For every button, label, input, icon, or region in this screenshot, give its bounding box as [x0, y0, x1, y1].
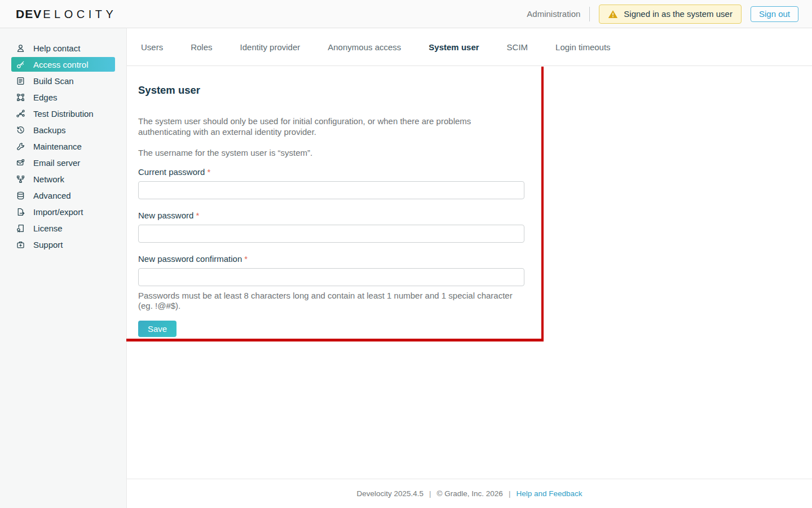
sidebar-item-access-control[interactable]: Access control — [0, 56, 126, 73]
required-asterisk: * — [244, 254, 248, 264]
footer-separator: | — [509, 489, 511, 498]
sidebar-item-label: Email server — [33, 158, 80, 168]
document-list-icon — [16, 76, 25, 86]
sidebar-item-license[interactable]: License — [0, 220, 126, 237]
toolbox-icon — [16, 240, 25, 249]
sidebar-item-label: Advanced — [33, 191, 71, 200]
system-user-description: The system user should only be used for … — [138, 116, 524, 137]
password-requirements-hint: Passwords must be at least 8 characters … — [138, 291, 524, 311]
signed-in-badge: Signed in as the system user — [599, 5, 742, 24]
topbar-right: Administration Signed in as the system u… — [527, 5, 798, 24]
required-asterisk: * — [196, 211, 199, 220]
footer-separator: | — [429, 489, 431, 498]
key-icon — [16, 60, 25, 69]
network-icon — [16, 174, 25, 184]
footer-version: Develocity 2025.4.5 — [357, 489, 424, 498]
administration-link[interactable]: Administration — [527, 9, 580, 19]
graph-icon — [16, 109, 25, 119]
current-password-field[interactable] — [138, 181, 524, 199]
sidebar-item-label: Backups — [33, 125, 66, 135]
new-password-confirmation-field[interactable] — [138, 268, 524, 286]
system-user-panel: System user The system user should only … — [127, 66, 812, 479]
required-asterisk: * — [207, 167, 210, 177]
database-icon — [16, 191, 25, 200]
tab-scim[interactable]: SCIM — [507, 42, 528, 52]
new-password-confirmation-label: New password confirmation* — [138, 254, 524, 264]
sidebar-item-label: Test Distribution — [33, 109, 94, 119]
tab-identity-provider[interactable]: Identity provider — [240, 42, 301, 52]
current-password-label: Current password* — [138, 167, 524, 177]
sidebar-item-advanced[interactable]: Advanced — [0, 187, 126, 204]
topbar-divider — [589, 7, 590, 21]
sidebar-item-label: Network — [33, 174, 64, 184]
sidebar-item-label: Maintenance — [33, 142, 82, 151]
access-control-tabs: Users Roles Identity provider Anonymous … — [127, 28, 812, 66]
system-username-note: The username for the system user is “sys… — [138, 147, 524, 158]
tab-users[interactable]: Users — [141, 42, 163, 52]
save-button[interactable]: Save — [138, 321, 176, 337]
tab-anonymous-access[interactable]: Anonymous access — [328, 42, 401, 52]
tab-roles[interactable]: Roles — [191, 42, 212, 52]
sidebar-item-label: Support — [33, 240, 63, 249]
sidebar-item-edges[interactable]: Edges — [0, 89, 126, 106]
top-bar: DEV ELOCITY Administration Signed in as … — [0, 0, 812, 28]
admin-sidebar: Help contact Access control Build Scan E… — [0, 28, 127, 508]
mail-icon — [16, 158, 25, 168]
sidebar-item-import-export[interactable]: Import/export — [0, 204, 126, 220]
warning-icon — [608, 10, 618, 19]
new-password-label: New password* — [138, 211, 524, 220]
develocity-logo[interactable]: DEV ELOCITY — [16, 7, 117, 21]
sidebar-item-build-scan[interactable]: Build Scan — [0, 73, 126, 89]
sidebar-item-network[interactable]: Network — [0, 171, 126, 187]
signed-in-badge-text: Signed in as the system user — [624, 9, 732, 19]
sidebar-item-support[interactable]: Support — [0, 237, 126, 253]
logo-elocity: ELOCITY — [43, 8, 117, 21]
wrench-icon — [16, 142, 25, 151]
help-and-feedback-link[interactable]: Help and Feedback — [516, 489, 582, 498]
footer-copyright: © Gradle, Inc. 2026 — [437, 489, 503, 498]
sidebar-item-label: Build Scan — [33, 76, 74, 86]
sidebar-item-maintenance[interactable]: Maintenance — [0, 138, 126, 155]
sidebar-item-help-contact[interactable]: Help contact — [0, 40, 126, 56]
new-password-field[interactable] — [138, 225, 524, 243]
sidebar-item-label: Edges — [33, 93, 58, 102]
sidebar-item-test-distribution[interactable]: Test Distribution — [0, 106, 126, 122]
sign-out-button[interactable]: Sign out — [751, 6, 798, 22]
tab-system-user[interactable]: System user — [429, 42, 479, 52]
sidebar-item-email-server[interactable]: Email server — [0, 155, 126, 171]
tab-login-timeouts[interactable]: Login timeouts — [555, 42, 611, 52]
export-icon — [16, 207, 25, 217]
sidebar-item-label: Access control — [33, 60, 89, 69]
license-icon — [16, 224, 25, 233]
person-icon — [16, 43, 25, 53]
history-icon — [16, 125, 25, 135]
page-title: System user — [138, 84, 524, 96]
logo-dev: DEV — [16, 7, 42, 21]
sidebar-item-label: Help contact — [33, 43, 80, 53]
sidebar-item-backups[interactable]: Backups — [0, 122, 126, 138]
sidebar-item-label: Import/export — [33, 207, 83, 217]
footer: Develocity 2025.4.5 | © Gradle, Inc. 202… — [127, 479, 812, 508]
sidebar-item-label: License — [33, 224, 63, 233]
edges-icon — [16, 93, 25, 102]
